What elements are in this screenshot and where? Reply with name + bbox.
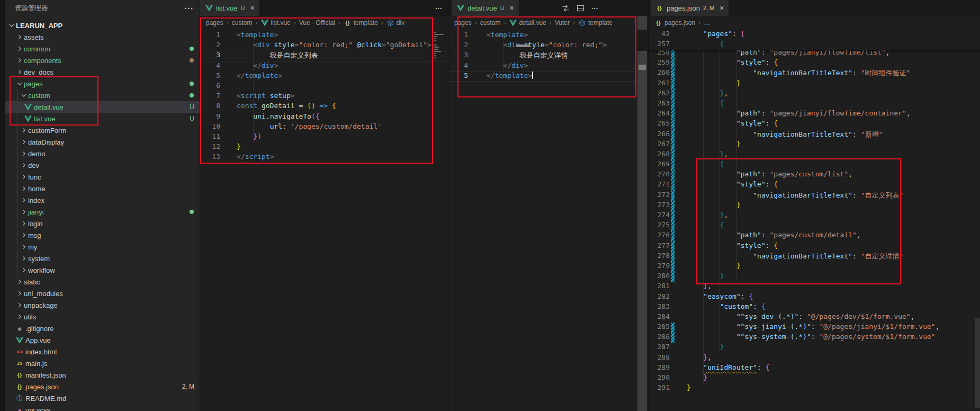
code-line[interactable]: 4 </div> [200,61,448,72]
breadcrumb-item[interactable]: template [354,19,378,26]
line-number[interactable]: 2 [200,41,220,51]
breadcrumb-item[interactable]: Vue - Official [299,19,335,26]
line-number[interactable]: 1 [200,31,220,41]
tree-item-jianyi[interactable]: jianyi [5,206,200,218]
chevron-right-icon[interactable] [15,45,23,53]
tree-item-utils[interactable]: utils [5,311,200,323]
code-line[interactable]: 266 "navigationBarTitleText": "新增" [649,130,980,140]
tab-pages-json[interactable]: {} pages.json 2, M × [651,0,729,16]
tree-item-main.js[interactable]: JSmain.js [5,358,200,369]
tree-item-index[interactable]: index [5,194,200,206]
code-line[interactable]: 9 uni.navigateTo({ [200,112,448,122]
code-line[interactable]: 268 }, [649,150,980,160]
chevron-right-icon[interactable] [20,231,28,239]
more-actions-icon[interactable]: ··· [435,4,442,12]
tree-item-list.vue[interactable]: list.vueU [5,113,200,124]
breadcrumb-item[interactable]: … [704,19,710,26]
code-line[interactable]: 276 "path": "pages/custom/detail", [649,231,980,241]
line-number[interactable]: 277 [649,242,670,252]
code-line[interactable]: 277 "style": { [649,242,980,252]
chevron-right-icon[interactable] [20,150,28,158]
line-number[interactable]: 267 [649,140,670,150]
tree-item-pages[interactable]: pages [5,78,200,90]
line-number[interactable]: 285 [649,323,670,333]
code-line[interactable]: 282 "easycom": { [649,292,980,302]
line-number[interactable]: 289 [649,363,670,373]
code-line[interactable]: 6 [200,82,448,92]
tree-item-README.md[interactable]: ⓘREADME.md [5,392,200,404]
code-line[interactable]: 273 } [649,201,980,211]
line-number[interactable]: 291 [649,383,670,394]
code-line[interactable]: 274 }, [649,211,980,221]
line-number[interactable]: 283 [649,302,670,312]
code-line[interactable]: 257 { [649,40,980,50]
line-number[interactable]: 286 [649,333,670,343]
tree-item-demo[interactable]: demo [5,148,200,159]
chevron-right-icon[interactable] [15,57,23,65]
line-number[interactable]: 271 [649,180,670,190]
code-line[interactable]: 267 } [649,140,980,150]
line-number[interactable]: 262 [649,89,670,99]
code-line[interactable]: 2 <div style="color: red;" @click="goDet… [200,41,448,51]
code-line[interactable]: 290 } [649,373,980,383]
chevron-right-icon[interactable] [15,290,23,298]
tree-item-.gitignore[interactable]: ◆.gitignore [5,323,200,334]
line-number[interactable]: 5 [200,72,220,82]
tree-item-root[interactable]: LEARUN_APP [5,20,200,31]
tree-item-workflow[interactable]: workflow [5,264,200,276]
line-number[interactable]: 273 [649,201,670,211]
code-line[interactable]: 11 }) [200,132,448,142]
code-line[interactable]: 265 "style": { [649,119,980,129]
chevron-right-icon[interactable] [20,208,28,216]
breadcrumb-item[interactable]: div [397,19,404,26]
sticky-scroll[interactable]: 42 "pages": [257 { [649,30,980,50]
code-line[interactable]: 264 "path": "pages/jianyi/flowTime/conta… [649,109,980,119]
chevron-right-icon[interactable] [15,301,23,309]
tree-item-index.html[interactable]: <>index.html [5,346,200,358]
code-line[interactable]: 286 "^sys-system-(.*)": "@/pages/system/… [649,333,980,343]
code-line[interactable]: 281 ], [649,282,980,292]
code-line[interactable]: 259 "style": { [649,58,980,68]
breadcrumb-item[interactable]: pages [454,19,472,26]
chevron-right-icon[interactable] [15,68,23,76]
code-line[interactable]: 287 } [649,343,980,353]
chevron-right-icon[interactable] [15,313,23,321]
line-number[interactable]: 4 [200,61,220,72]
line-number[interactable]: 2 [448,41,468,51]
breadcrumb-item[interactable]: Vuter [555,19,570,26]
tree-item-static[interactable]: static [5,276,200,288]
line-number[interactable]: 4 [448,61,468,72]
line-number[interactable]: 288 [649,353,670,363]
line-number[interactable]: 279 [649,262,670,272]
tab-detail-vue[interactable]: detail.vue U × [452,0,519,16]
line-number[interactable]: 261 [649,79,670,89]
line-number[interactable]: 42 [649,30,670,40]
tree-item-unpackage[interactable]: unpackage [5,299,200,311]
code-line[interactable]: 4 </div> [448,61,649,72]
code-line[interactable]: 42 "pages": [ [649,30,980,40]
code-editor-detail-vue[interactable]: 1<template>2 <div style="color: red;">3 … [448,31,649,82]
breadcrumb-item[interactable]: custom [480,19,501,26]
line-number[interactable]: 272 [649,191,670,201]
breadcrumb-item[interactable]: list.vue [271,19,290,26]
split-editor-icon[interactable] [577,4,585,12]
code-line[interactable]: 269 { [649,160,980,170]
code-line[interactable]: 283 "custom": { [649,302,980,312]
line-number[interactable]: 7 [200,92,220,102]
tree-item-home[interactable]: home [5,183,200,194]
tree-item-login[interactable]: login [5,218,200,229]
code-line[interactable]: 271 "style": { [649,180,980,190]
line-number[interactable]: 278 [649,252,670,262]
tab-list-vue[interactable]: list.vue U × [200,0,259,16]
line-number[interactable]: 269 [649,160,670,170]
code-line[interactable]: 270 "path": "pages/custom/list", [649,170,980,180]
tree-item-common[interactable]: common [5,43,200,55]
tree-item-dataDisplay[interactable]: dataDisplay [5,136,200,148]
line-number[interactable]: 268 [649,150,670,160]
line-number[interactable]: 9 [200,112,220,122]
line-number[interactable]: 8 [200,102,220,112]
code-line[interactable]: 5</template> [448,72,649,82]
code-line[interactable]: 13</script> [200,153,448,163]
tree-item-msg[interactable]: msg [5,229,200,241]
line-number[interactable]: 3 [448,51,468,61]
